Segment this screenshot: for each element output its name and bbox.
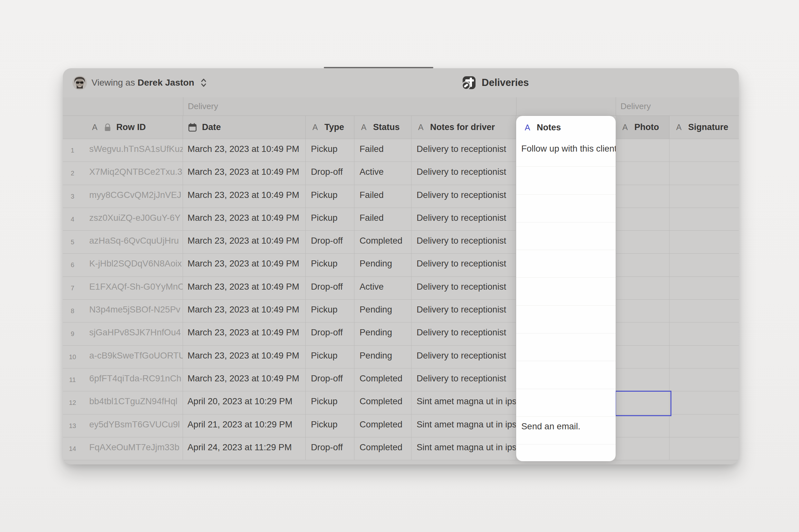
cell-signature[interactable] [670,391,739,414]
cell-row-id[interactable]: sjGaHPv8SJK7HnfOu4 [82,322,183,345]
cell-status[interactable]: Completed [355,368,412,391]
cell-photo[interactable] [616,322,670,345]
row-number[interactable]: 14 [63,437,82,460]
row-number[interactable]: 12 [63,391,82,414]
row-number[interactable]: 8 [63,300,82,322]
cell-row-id[interactable]: K-jHbl2SQDqV6N8Aoix [82,253,183,277]
cell-row-id[interactable]: ey5dYBsmT6GVUCu9l [82,415,183,437]
column-header-date[interactable]: Date [183,116,306,139]
cell-status[interactable]: Pending [355,253,412,277]
cell-status[interactable]: Pending [355,346,412,368]
cell-status[interactable]: Failed [355,185,412,208]
cell-signature[interactable] [670,437,739,460]
cell-photo[interactable] [616,300,670,322]
cell-notes-for-driver[interactable]: Delivery to receptionist [412,208,516,231]
cell-notes-for-driver[interactable]: Delivery to receptionist [412,139,516,162]
cell-photo[interactable] [616,368,670,391]
cell-date[interactable]: March 23, 2023 at 10:49 PM [183,277,306,300]
cell-notes-for-driver[interactable]: Delivery to receptionist [412,231,516,253]
cell-notes[interactable]: Follow up with this client [516,139,616,167]
cell-type[interactable]: Pickup [306,415,355,437]
cell-date[interactable]: March 23, 2023 at 10:49 PM [183,322,306,345]
cell-row-id[interactable]: N3p4me5jSBOf-N25Pv [82,300,183,322]
cell-row-id[interactable]: sWegvu.hTnSA1sUfKuz [82,139,183,162]
cell-type[interactable]: Drop-off [306,162,355,185]
cell-date[interactable]: March 23, 2023 at 10:49 PM [183,346,306,368]
row-number[interactable]: 11 [63,368,82,391]
cell-signature[interactable] [670,185,739,208]
cell-photo[interactable] [616,208,670,231]
cell-signature[interactable] [670,253,739,277]
column-header-signature[interactable]: A Signature [670,116,739,139]
cell-notes-for-driver[interactable]: Delivery to receptionist [412,346,516,368]
cell-row-id[interactable]: azHaSq-6QvCquUjHru [82,231,183,253]
cell-date[interactable]: April 20, 2023 at 10:29 PM [183,391,306,414]
row-number[interactable]: 7 [63,277,82,300]
cell-type[interactable]: Pickup [306,139,355,162]
column-header-notes-for-driver[interactable]: A Notes for driver [412,116,516,139]
cell-type[interactable]: Pickup [306,346,355,368]
cell-notes-for-driver[interactable]: Delivery to receptionist [412,368,516,391]
cell-date[interactable]: April 21, 2023 at 10:29 PM [183,415,306,437]
cell-row-id[interactable]: a-cB9kSweTfGoUORTU [82,346,183,368]
cell-signature[interactable] [670,415,739,437]
cell-notes-for-driver[interactable]: Delivery to receptionist [412,253,516,277]
cell-notes-for-driver[interactable]: Delivery to receptionist [412,322,516,345]
cell-notes-for-driver[interactable]: Sint amet magna ut in ips [412,415,516,437]
cell-status[interactable]: Pending [355,300,412,322]
cell-notes[interactable] [516,334,616,361]
cell-photo[interactable] [616,231,670,253]
cell-signature[interactable] [670,346,739,368]
cell-notes[interactable] [516,250,616,278]
cell-status[interactable]: Failed [355,208,412,231]
cell-signature[interactable] [670,231,739,253]
cell-signature[interactable] [670,368,739,391]
cell-notes-for-driver[interactable]: Delivery to receptionist [412,185,516,208]
cell-notes[interactable]: Send an email. [516,417,616,444]
row-number[interactable]: 1 [63,139,82,162]
cell-notes[interactable] [516,389,616,417]
cell-notes[interactable] [516,306,616,334]
cell-notes-for-driver[interactable]: Delivery to receptionist [412,162,516,185]
cell-signature[interactable] [670,139,739,162]
selected-cell-outline[interactable] [615,391,671,416]
cell-signature[interactable] [670,162,739,185]
column-header-photo[interactable]: A Photo [616,116,670,139]
cell-notes-for-driver[interactable]: Sint amet magna ut in ips [412,391,516,414]
row-number[interactable]: 3 [63,185,82,208]
cell-type[interactable]: Pickup [306,253,355,277]
cell-row-id[interactable]: bb4tbl1CTguZN94fHql [82,391,183,414]
cell-status[interactable]: Completed [355,437,412,460]
cell-photo[interactable] [616,346,670,368]
row-number[interactable]: 10 [63,346,82,368]
cell-type[interactable]: Drop-off [306,231,355,253]
cell-type[interactable]: Drop-off [306,277,355,300]
cell-signature[interactable] [670,322,739,345]
cell-date[interactable]: March 23, 2023 at 10:49 PM [183,162,306,185]
cell-row-id[interactable]: myy8CGCvQM2jJnVEJ [82,185,183,208]
cell-status[interactable]: Completed [355,231,412,253]
cell-date[interactable]: March 23, 2023 at 10:49 PM [183,231,306,253]
cell-type[interactable]: Drop-off [306,437,355,460]
cell-notes-for-driver[interactable]: Delivery to receptionist [412,277,516,300]
cell-date[interactable]: March 23, 2023 at 10:49 PM [183,185,306,208]
cell-notes[interactable] [516,222,616,250]
column-header-type[interactable]: A Type [306,116,355,139]
row-number[interactable]: 2 [63,162,82,185]
cell-row-id[interactable]: FqAXeOuMT7eJjm33b [82,437,183,460]
cell-photo[interactable] [616,415,670,437]
row-number[interactable]: 6 [63,253,82,277]
cell-photo[interactable] [616,139,670,162]
cell-row-id[interactable]: E1FXAQf-Sh-G0YyMnO [82,277,183,300]
cell-notes[interactable] [516,195,616,222]
cell-type[interactable]: Pickup [306,185,355,208]
cell-signature[interactable] [670,208,739,231]
cell-status[interactable]: Pending [355,322,412,345]
cell-notes[interactable] [516,167,616,194]
cell-type[interactable]: Pickup [306,208,355,231]
cell-row-id[interactable]: X7Miq2QNTBCe2Txu.3 [82,162,183,185]
cell-status[interactable]: Completed [355,415,412,437]
viewing-as-selector[interactable]: Viewing asDerek Jaston [72,68,207,97]
cell-signature[interactable] [670,300,739,322]
row-number[interactable]: 4 [63,208,82,231]
